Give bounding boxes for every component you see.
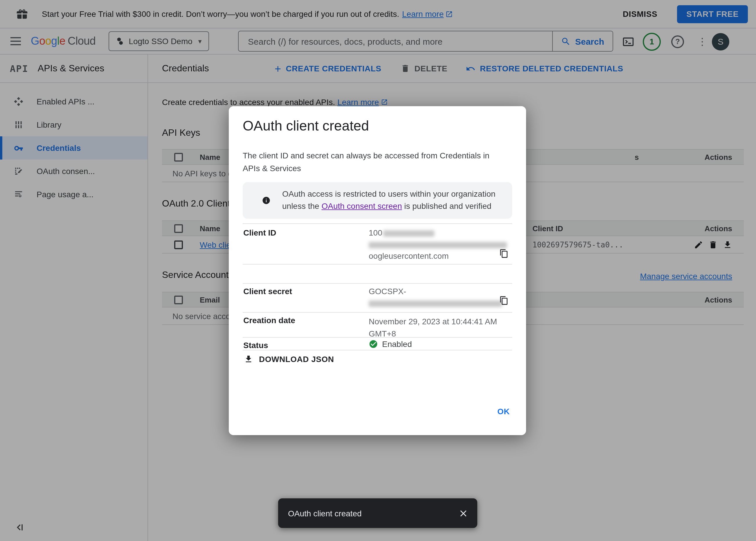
ok-button[interactable]: OK <box>497 407 510 416</box>
divider <box>243 223 512 224</box>
divider <box>243 283 512 284</box>
status-value: Enabled <box>369 339 412 349</box>
info-banner: OAuth access is restricted to users with… <box>243 182 512 219</box>
redacted-text <box>369 242 507 248</box>
client-id-label: Client ID <box>243 228 276 237</box>
info-icon <box>262 196 271 205</box>
client-id-value-line1: 100 <box>369 228 435 237</box>
client-id-value-line2 <box>369 240 507 249</box>
status-label: Status <box>243 340 268 350</box>
client-secret-value-line2 <box>369 298 502 307</box>
copy-client-secret-icon[interactable] <box>499 296 509 305</box>
divider <box>243 337 512 338</box>
client-secret-label: Client secret <box>243 286 292 296</box>
viewport-scaler: Start your Free Trial with $300 in credi… <box>0 0 756 541</box>
toast-message: OAuth client created <box>288 508 458 518</box>
redacted-text <box>384 230 435 237</box>
oauth-consent-screen-link[interactable]: OAuth consent screen <box>321 201 402 211</box>
redacted-text <box>369 300 502 307</box>
divider <box>243 312 512 313</box>
gcp-console-page: Start your Free Trial with $300 in credi… <box>0 0 756 541</box>
toast-snackbar: OAuth client created <box>278 498 477 528</box>
download-icon <box>244 354 253 364</box>
divider <box>243 350 512 350</box>
copy-client-id-icon[interactable] <box>499 249 509 258</box>
download-json-button[interactable]: DOWNLOAD JSON <box>244 354 334 364</box>
close-icon[interactable] <box>458 508 469 518</box>
oauth-client-created-dialog: OAuth client created The client ID and s… <box>229 106 526 435</box>
client-id-value-line3: oogleusercontent.com <box>369 251 449 261</box>
info-text: OAuth access is restricted to users with… <box>282 188 501 212</box>
divider <box>243 264 512 265</box>
dialog-description: The client ID and secret can always be a… <box>243 149 507 175</box>
check-circle-icon <box>369 339 378 349</box>
creation-date-value: November 29, 2023 at 10:44:41 AM GMT+8 <box>369 315 513 340</box>
creation-date-label: Creation date <box>243 315 295 325</box>
client-secret-value-line1: GOCSPX- <box>369 286 406 296</box>
dialog-title: OAuth client created <box>243 118 369 134</box>
